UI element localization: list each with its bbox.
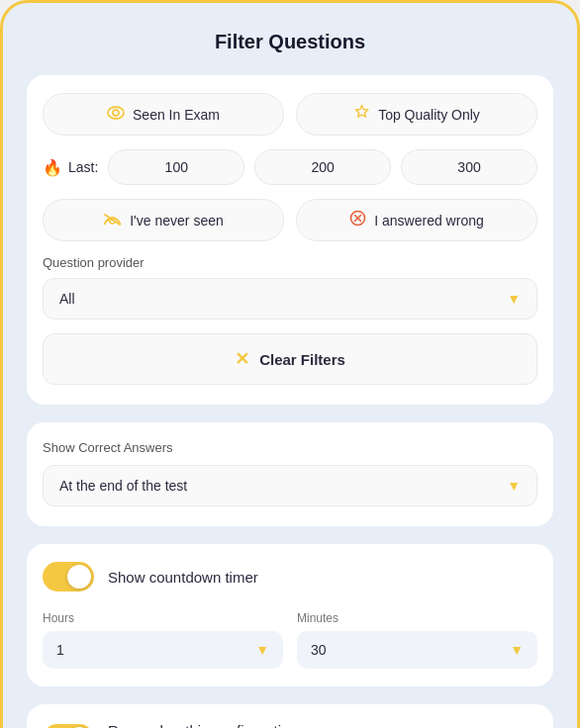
last-200-button[interactable]: 200	[254, 149, 391, 185]
filter-section: Seen In Exam Top Quality Only 🔥 Last: 10…	[27, 75, 553, 405]
never-seen-label: I've never seen	[130, 213, 224, 228]
svg-point-0	[108, 107, 124, 119]
filter-questions-card: Filter Questions Seen In Exam	[0, 0, 580, 728]
last-100-button[interactable]: 100	[108, 149, 244, 185]
hours-field: Hours 1 ▼	[43, 611, 283, 669]
timer-toggle-row: Show countdown timer	[43, 562, 537, 592]
filter-row-2: I've never seen I answered wrong	[43, 199, 537, 241]
answered-wrong-button[interactable]: I answered wrong	[296, 199, 537, 241]
answers-dropdown[interactable]: At the end of the test ▼	[43, 465, 537, 506]
page-title: Filter Questions	[27, 31, 553, 53]
timer-section: Show countdown timer Hours 1 ▼ Minutes 3…	[27, 544, 553, 686]
minutes-field: Minutes 30 ▼	[297, 611, 537, 669]
seen-in-exam-button[interactable]: Seen In Exam	[43, 93, 284, 136]
timer-toggle[interactable]	[43, 562, 94, 592]
timer-fields: Hours 1 ▼ Minutes 30 ▼	[43, 611, 537, 669]
minutes-label: Minutes	[297, 611, 537, 625]
hours-dropdown[interactable]: 1 ▼	[43, 631, 283, 669]
remember-toggle[interactable]	[43, 724, 94, 729]
clear-filters-button[interactable]: ✕ Clear Filters	[43, 333, 537, 385]
top-quality-label: Top Quality Only	[378, 107, 480, 123]
minutes-chevron-icon: ▼	[510, 642, 524, 658]
seen-in-exam-label: Seen In Exam	[133, 107, 220, 123]
answered-wrong-label: I answered wrong	[374, 213, 484, 228]
answers-value: At the end of the test	[59, 478, 187, 494]
circle-x-icon	[349, 210, 366, 230]
remember-toggle-row: Remember this configuration for future t…	[43, 722, 537, 728]
timer-toggle-label: Show countdown timer	[108, 569, 258, 586]
svg-point-1	[113, 110, 119, 116]
answers-section: Show Correct Answers At the end of the t…	[27, 422, 553, 526]
top-quality-button[interactable]: Top Quality Only	[296, 93, 537, 136]
fire-icon: 🔥	[43, 158, 62, 177]
hours-value: 1	[56, 642, 64, 658]
hours-chevron-icon: ▼	[255, 642, 269, 658]
minutes-value: 30	[311, 642, 327, 658]
provider-label: Question provider	[43, 255, 537, 270]
remember-label: Remember this configuration for future t…	[108, 722, 298, 728]
filter-row-1: Seen In Exam Top Quality Only	[43, 93, 537, 136]
minutes-dropdown[interactable]: 30 ▼	[297, 631, 537, 669]
last-label: 🔥 Last:	[43, 158, 98, 177]
eye-icon	[107, 106, 125, 124]
eye-slash-icon	[103, 212, 122, 229]
hours-label: Hours	[43, 611, 283, 625]
x-icon: ✕	[235, 348, 249, 370]
answers-label: Show Correct Answers	[43, 440, 537, 455]
answers-chevron-icon: ▼	[507, 478, 521, 494]
last-row: 🔥 Last: 100 200 300	[43, 149, 537, 185]
star-icon	[353, 104, 370, 125]
chevron-down-icon: ▼	[507, 291, 521, 307]
never-seen-button[interactable]: I've never seen	[43, 199, 284, 241]
provider-dropdown[interactable]: All ▼	[43, 278, 537, 319]
last-300-button[interactable]: 300	[401, 149, 537, 185]
remember-section: Remember this configuration for future t…	[27, 704, 553, 728]
clear-filters-label: Clear Filters	[259, 351, 345, 368]
provider-value: All	[59, 291, 75, 307]
